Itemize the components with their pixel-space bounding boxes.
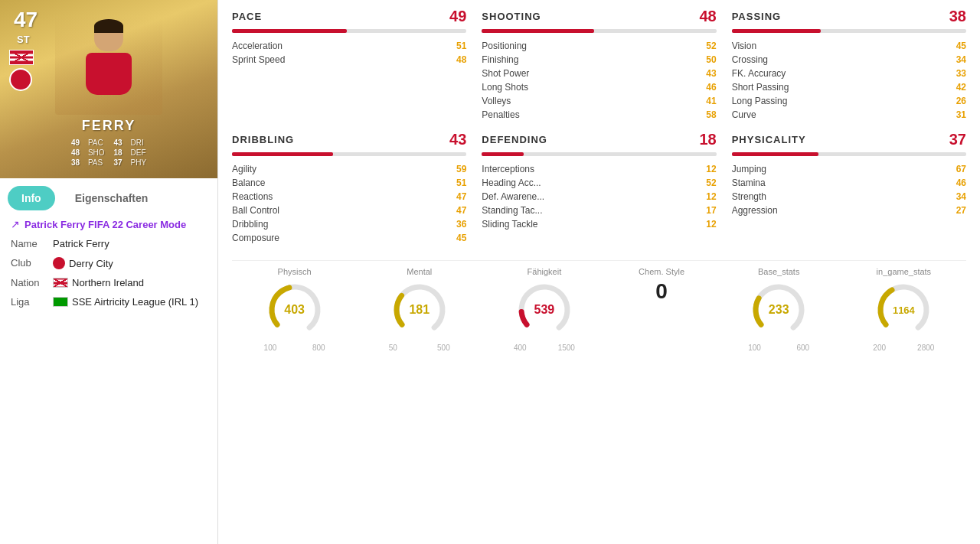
physicality-value: 37 bbox=[949, 131, 966, 148]
stat-value: 12 bbox=[697, 164, 717, 174]
gauge-min-in_game_stats: 200 bbox=[873, 344, 886, 352]
stat-row: Curve31 bbox=[732, 108, 966, 122]
gauge-value-faehigkeit: 539 bbox=[534, 303, 555, 317]
physicality-bar bbox=[732, 152, 966, 156]
card-flags bbox=[9, 50, 34, 91]
gauge-in_game_stats: in_game_stats11642002800 bbox=[873, 267, 934, 352]
stat-category-pace: PACE49Acceleration51Sprint Speed48 bbox=[232, 8, 466, 122]
player-body bbox=[86, 53, 132, 95]
gauge-base_stats: Base_stats233100600 bbox=[748, 267, 809, 352]
card-rating: 47 bbox=[14, 9, 38, 31]
stat-category-shooting: SHOOTING48Positioning52Finishing50Shot P… bbox=[482, 8, 716, 122]
tab-info[interactable]: Info bbox=[8, 186, 55, 210]
liga-value: SSE Airtricity League (IRL 1) bbox=[53, 296, 198, 308]
tab-eigenschaften[interactable]: Eigenschaften bbox=[61, 186, 162, 210]
stat-row: Volleys41 bbox=[482, 94, 716, 108]
physicality-bar-fill bbox=[732, 152, 818, 156]
gauge-max-in_game_stats: 2800 bbox=[917, 344, 934, 352]
stat-name: Vision bbox=[732, 41, 756, 51]
stat-row: Strength34 bbox=[732, 190, 966, 204]
player-hair bbox=[94, 19, 123, 33]
stat-row: Positioning52 bbox=[482, 39, 716, 53]
stat-name: Def. Awarene... bbox=[482, 191, 544, 202]
stat-name: Long Passing bbox=[732, 96, 788, 106]
stat-name: Dribbling bbox=[232, 219, 268, 230]
defending-bar bbox=[482, 152, 716, 156]
passing-bar-fill bbox=[732, 29, 821, 33]
stat-value: 52 bbox=[697, 41, 717, 51]
stat-name: Volleys bbox=[482, 96, 511, 106]
gauge-physisch: Physisch403100800 bbox=[264, 267, 325, 352]
stat-category-dribbling: DRIBBLING43Agility59Balance51Reactions47… bbox=[232, 131, 466, 245]
career-link[interactable]: ↗ Patrick Ferry FIFA 22 Career Mode bbox=[11, 218, 207, 230]
card-stats-left: 49 PAC 48 SHO 38 PAS bbox=[71, 138, 105, 167]
passing-name: PASSING bbox=[732, 11, 782, 22]
stat-row: Shot Power43 bbox=[482, 67, 716, 80]
passing-bar bbox=[732, 29, 966, 33]
stat-name: Short Passing bbox=[732, 82, 789, 93]
stat-value: 45 bbox=[447, 233, 466, 243]
stat-name: Positioning bbox=[482, 41, 527, 51]
defending-value: 18 bbox=[699, 131, 716, 148]
defending-name: DEFENDING bbox=[482, 134, 547, 145]
card-stat-sho: 48 SHO bbox=[71, 148, 105, 157]
gauge-mental: Mental18150500 bbox=[389, 267, 450, 352]
club-value: Derry City bbox=[53, 257, 113, 269]
career-link-text: Patrick Ferry FIFA 22 Career Mode bbox=[24, 219, 186, 230]
stat-row: Def. Awarene...12 bbox=[482, 190, 716, 204]
stat-name: Composure bbox=[232, 233, 279, 243]
nation-flag-small bbox=[53, 278, 68, 288]
stat-row: FK. Accuracy33 bbox=[732, 67, 966, 80]
stat-name: Sliding Tackle bbox=[482, 219, 537, 230]
stat-name: Interceptions bbox=[482, 164, 534, 174]
stat-value: 47 bbox=[447, 205, 466, 216]
pace-bar bbox=[232, 29, 466, 33]
card-name: FERRY bbox=[82, 118, 136, 134]
stat-category-passing: PASSING38Vision45Crossing34FK. Accuracy3… bbox=[732, 8, 966, 122]
card-stat-dri: 43 DRI bbox=[114, 138, 147, 147]
gauge-value-in_game_stats: 1164 bbox=[893, 305, 915, 316]
name-value: Patrick Ferry bbox=[53, 238, 109, 249]
gauge-faehigkeit: Fähigkeit5394001500 bbox=[514, 267, 575, 352]
player-silhouette bbox=[74, 19, 143, 111]
stat-name: Reactions bbox=[232, 191, 273, 202]
stat-value: 34 bbox=[947, 54, 966, 65]
club-name: Derry City bbox=[69, 258, 113, 269]
defending-bar-fill bbox=[482, 152, 524, 156]
stat-name: Strength bbox=[732, 191, 766, 202]
gauge-max-faehigkeit: 1500 bbox=[558, 344, 575, 352]
stat-value: 46 bbox=[697, 82, 717, 93]
stat-row: Long Passing26 bbox=[732, 94, 966, 108]
info-section: ↗ Patrick Ferry FIFA 22 Career Mode Name… bbox=[0, 210, 217, 544]
club-badge-small bbox=[53, 257, 65, 269]
stat-row: Crossing34 bbox=[732, 53, 966, 67]
card-position: ST bbox=[17, 34, 30, 45]
info-row-liga: Liga SSE Airtricity League (IRL 1) bbox=[11, 296, 207, 308]
info-row-club: Club Derry City bbox=[11, 257, 207, 269]
stat-row: Standing Tac...17 bbox=[482, 204, 716, 217]
stat-value: 52 bbox=[697, 178, 717, 188]
stat-value: 41 bbox=[697, 96, 717, 106]
stat-name: Aggression bbox=[732, 205, 778, 216]
stat-name: Shot Power bbox=[482, 68, 529, 79]
stat-name: Acceleration bbox=[232, 41, 283, 51]
shooting-bar-fill bbox=[482, 29, 594, 33]
gauge-max-base_stats: 600 bbox=[797, 344, 810, 352]
stat-value: 48 bbox=[447, 54, 466, 65]
passing-value: 38 bbox=[949, 8, 966, 25]
stat-value: 31 bbox=[947, 109, 966, 120]
club-label: Club bbox=[11, 257, 45, 269]
physicality-name: PHYSICALITY bbox=[732, 134, 806, 145]
stat-value: 58 bbox=[697, 109, 717, 120]
gauge-min-mental: 50 bbox=[389, 344, 397, 352]
stat-row: Dribbling36 bbox=[232, 217, 466, 231]
stat-value: 47 bbox=[447, 191, 466, 202]
stat-value: 51 bbox=[447, 178, 466, 188]
pace-bar-fill bbox=[232, 29, 347, 33]
gauge-min-faehigkeit: 400 bbox=[514, 344, 527, 352]
dribbling-bar bbox=[232, 152, 466, 156]
name-label: Name bbox=[11, 238, 45, 249]
liga-flag-small bbox=[53, 297, 68, 307]
card-stat-def: 18 DEF bbox=[114, 148, 147, 157]
stat-value: 46 bbox=[947, 178, 966, 188]
